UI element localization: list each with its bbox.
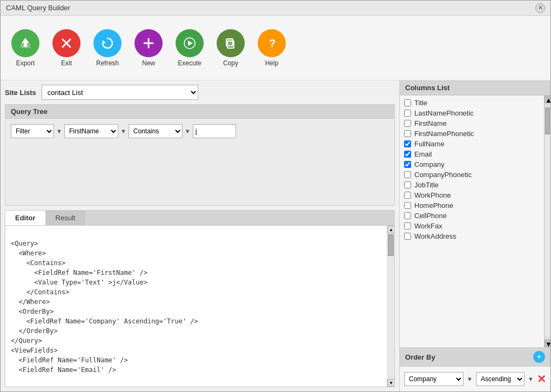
export-button[interactable]: Export bbox=[7, 27, 44, 69]
order-field-select[interactable]: Company bbox=[404, 372, 463, 386]
column-item-workphone: WorkPhone bbox=[404, 190, 540, 200]
columns-scroll-up[interactable]: ▲ bbox=[545, 96, 550, 103]
columns-list-section: Columns List Title LastNamePhonetic bbox=[400, 80, 550, 347]
columns-scroll-thumb[interactable] bbox=[545, 107, 550, 134]
tab-result[interactable]: Result bbox=[46, 211, 86, 225]
column-label-title: Title bbox=[414, 99, 427, 107]
filter-operator-select[interactable]: Contains bbox=[129, 124, 183, 138]
column-label-firstname: FirstName bbox=[414, 119, 447, 127]
scroll-up-btn[interactable]: ▲ bbox=[387, 226, 394, 233]
title-bar: CAML Query Builder ✕ bbox=[1, 1, 550, 16]
order-by-header: Order By + bbox=[400, 348, 550, 367]
editor-content: <Query> <Where> <Contains> <FieldRef Nam… bbox=[5, 226, 387, 387]
checkbox-company[interactable] bbox=[404, 161, 411, 168]
column-item-companyphonetic: CompanyPhonetic bbox=[404, 170, 540, 180]
column-item-homephone: HomePhone bbox=[404, 200, 540, 211]
checkbox-firstnamephonetic[interactable] bbox=[404, 130, 411, 137]
filter-row: Filter ▼ FirstName ▼ Contains ▼ bbox=[11, 124, 389, 138]
column-label-workphone: WorkPhone bbox=[414, 191, 451, 199]
query-tree-body: Filter ▼ FirstName ▼ Contains ▼ bbox=[5, 119, 394, 205]
column-label-homephone: HomePhone bbox=[414, 201, 453, 209]
column-item-firstname: FirstName bbox=[404, 118, 540, 129]
export-icon bbox=[11, 29, 39, 57]
close-button[interactable]: ✕ bbox=[535, 3, 545, 13]
checkbox-firstname[interactable] bbox=[404, 120, 411, 127]
filter-field-select[interactable]: FirstName bbox=[64, 124, 118, 138]
checkbox-fullname[interactable] bbox=[404, 140, 411, 147]
column-item-fullname: FullName bbox=[404, 139, 540, 149]
columns-scrollbar[interactable]: ▲ ▼ bbox=[544, 96, 550, 347]
column-item-email: Email bbox=[404, 149, 540, 159]
new-label: New bbox=[142, 59, 155, 67]
checkbox-homephone[interactable] bbox=[404, 202, 411, 209]
filter-type-select[interactable]: Filter bbox=[11, 124, 54, 138]
window-title: CAML Query Builder bbox=[6, 4, 70, 12]
add-order-button[interactable]: + bbox=[533, 351, 545, 363]
main-content: Site Lists contact List Query Tree Filte… bbox=[1, 80, 550, 391]
order-direction-select[interactable]: Ascending Descending bbox=[476, 372, 525, 386]
copy-button[interactable]: Copy bbox=[212, 27, 249, 69]
order-by-title: Order By bbox=[405, 353, 435, 361]
left-panel: Site Lists contact List Query Tree Filte… bbox=[1, 80, 399, 391]
execute-icon bbox=[176, 29, 204, 57]
column-item-title: Title bbox=[404, 98, 540, 108]
delete-order-button[interactable]: ✕ bbox=[537, 374, 546, 384]
column-item-jobtitle: JobTitle bbox=[404, 180, 540, 190]
checkbox-workaddress[interactable] bbox=[404, 233, 411, 240]
tab-editor[interactable]: Editor bbox=[5, 211, 46, 225]
checkbox-lastnamephonetic[interactable] bbox=[404, 110, 411, 117]
column-label-workfax: WorkFax bbox=[414, 222, 442, 230]
execute-button[interactable]: Execute bbox=[171, 27, 208, 69]
scroll-track bbox=[387, 233, 394, 379]
toolbar: Export Exit Refresh New bbox=[1, 16, 550, 80]
site-lists-select[interactable]: contact List bbox=[42, 85, 198, 100]
execute-label: Execute bbox=[178, 59, 201, 67]
column-item-company: Company bbox=[404, 159, 540, 170]
svg-marker-4 bbox=[103, 40, 106, 43]
refresh-icon bbox=[93, 29, 122, 57]
checkbox-cellphone[interactable] bbox=[404, 212, 411, 219]
help-button[interactable]: ? Help bbox=[253, 27, 290, 69]
column-label-lastnamephonetic: LastNamePhonetic bbox=[414, 109, 474, 117]
editor-section: Editor Result <Query> <Where> <Contains>… bbox=[5, 210, 395, 387]
site-lists-row: Site Lists contact List bbox=[5, 85, 395, 100]
column-item-lastnamephonetic: LastNamePhonetic bbox=[404, 108, 540, 118]
refresh-button[interactable]: Refresh bbox=[89, 27, 126, 69]
checkbox-jobtitle[interactable] bbox=[404, 181, 411, 188]
columns-scroll-track bbox=[545, 106, 550, 336]
export-label: Export bbox=[16, 59, 35, 67]
checkbox-workfax[interactable] bbox=[404, 222, 411, 229]
scroll-thumb[interactable] bbox=[388, 234, 394, 256]
filter-value-input[interactable] bbox=[193, 124, 236, 138]
column-label-cellphone: CellPhone bbox=[414, 212, 447, 220]
svg-rect-10 bbox=[226, 39, 233, 46]
column-item-workaddress: WorkAddress bbox=[404, 231, 540, 241]
query-tree-section: Query Tree Filter ▼ FirstName ▼ Contains bbox=[5, 104, 395, 206]
checkbox-companyphonetic[interactable] bbox=[404, 171, 411, 178]
column-item-cellphone: CellPhone bbox=[404, 211, 540, 221]
refresh-label: Refresh bbox=[96, 59, 119, 67]
exit-button[interactable]: Exit bbox=[48, 27, 85, 69]
checkbox-email[interactable] bbox=[404, 151, 411, 158]
column-label-firstnamephonetic: FirstNamePhonetic bbox=[414, 130, 474, 138]
column-label-jobtitle: JobTitle bbox=[414, 181, 439, 189]
exit-icon bbox=[52, 29, 80, 57]
scroll-down-btn[interactable]: ▼ bbox=[387, 379, 394, 387]
columns-list-wrapper: Title LastNamePhonetic FirstName Fi bbox=[400, 96, 550, 347]
column-item-firstnamephonetic: FirstNamePhonetic bbox=[404, 129, 540, 139]
help-icon: ? bbox=[258, 29, 286, 57]
new-button[interactable]: New bbox=[130, 27, 167, 69]
column-item-workfax: WorkFax bbox=[404, 221, 540, 231]
copy-icon bbox=[217, 29, 245, 57]
columns-scroll-down[interactable]: ▼ bbox=[545, 340, 550, 347]
checkbox-title[interactable] bbox=[404, 99, 411, 106]
column-label-company: Company bbox=[414, 160, 445, 168]
order-by-body: Company ▼ Ascending Descending ▼ ✕ bbox=[400, 367, 550, 391]
help-label: Help bbox=[265, 59, 279, 67]
editor-scrollbar[interactable]: ▲ ▼ bbox=[387, 226, 394, 387]
site-lists-label: Site Lists bbox=[5, 89, 36, 97]
checkbox-workphone[interactable] bbox=[404, 192, 411, 199]
column-label-companyphonetic: CompanyPhonetic bbox=[414, 171, 472, 179]
columns-list-body: Title LastNamePhonetic FirstName Fi bbox=[400, 96, 544, 347]
new-icon bbox=[135, 29, 163, 57]
